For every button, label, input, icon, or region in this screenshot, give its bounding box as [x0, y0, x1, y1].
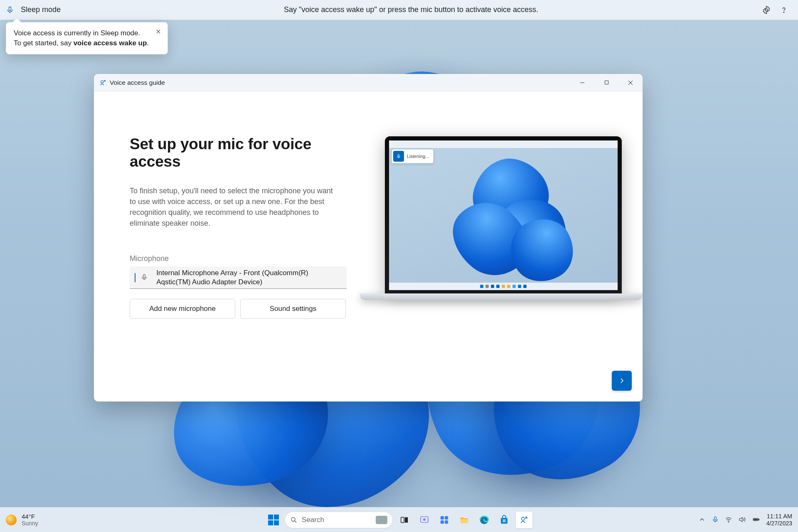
svg-point-2 [783, 12, 784, 12]
store-icon [499, 515, 509, 525]
maximize-icon [604, 80, 609, 85]
weather-icon[interactable] [6, 515, 17, 525]
widgets-icon [440, 515, 449, 525]
taskbar-app-edge[interactable] [476, 512, 493, 528]
tray-battery-icon[interactable] [751, 516, 761, 523]
sound-settings-button[interactable]: Sound settings [240, 299, 346, 319]
taskbar-app-widgets[interactable] [436, 512, 453, 528]
svg-rect-27 [754, 519, 757, 520]
windows-logo-icon [268, 515, 279, 525]
svg-rect-15 [445, 520, 448, 523]
start-button[interactable] [266, 512, 281, 528]
gear-icon [762, 5, 771, 15]
taskbar-clock[interactable]: 11:11 AM 4/27/2023 [766, 513, 792, 527]
taskbar: 44°F Sunny Search [0, 507, 798, 532]
tray-microphone-icon[interactable] [712, 516, 719, 523]
weather-condition: Sunny [22, 520, 38, 527]
svg-rect-19 [505, 520, 506, 521]
weather-widget[interactable]: 44°F Sunny [22, 513, 38, 527]
weather-temperature: 44°F [22, 513, 38, 520]
svg-rect-4 [605, 81, 608, 84]
folder-icon [459, 515, 469, 525]
svg-point-24 [728, 522, 729, 523]
svg-rect-17 [501, 518, 507, 524]
tray-overflow-button[interactable] [698, 516, 706, 523]
taskbar-app-task-view[interactable] [396, 512, 413, 528]
window-titlebar[interactable]: Voice access guide [94, 74, 643, 91]
tray-volume-icon[interactable] [738, 516, 746, 523]
microphone-icon [396, 154, 401, 159]
tooltip-close-button[interactable] [153, 27, 163, 37]
voice-access-mode-label: Sleep mode [21, 5, 61, 14]
window-close-button[interactable] [618, 74, 643, 91]
preview-laptop: Listening... [360, 136, 643, 300]
svg-point-22 [522, 517, 525, 520]
svg-rect-6 [398, 155, 399, 157]
selected-microphone-name: Internal Microphone Array - Front (Qualc… [156, 268, 342, 287]
svg-point-1 [765, 9, 768, 11]
microphone-select[interactable]: Internal Microphone Array - Front (Qualc… [130, 266, 347, 289]
voice-access-mic-button[interactable] [2, 2, 18, 18]
guide-preview-panel: Listening... [343, 91, 643, 401]
close-icon [628, 80, 633, 85]
svg-rect-0 [9, 7, 11, 10]
microphone-field-label: Microphone [130, 254, 335, 263]
tray-wifi-icon[interactable] [725, 516, 732, 523]
svg-rect-9 [405, 517, 408, 522]
svg-rect-18 [503, 520, 504, 521]
guide-heading: Set up your mic for voice access [130, 135, 335, 170]
window-maximize-button[interactable] [594, 74, 618, 91]
microphone-icon [6, 6, 14, 14]
taskbar-app-store[interactable] [496, 512, 512, 528]
minimize-icon [580, 80, 585, 85]
taskbar-search[interactable]: Search [285, 512, 393, 528]
clock-date: 4/27/2023 [766, 520, 792, 527]
preview-taskbar [389, 283, 618, 290]
microphone-icon [140, 273, 148, 282]
tooltip-text: Voice access is currently in Sleep mode.… [14, 28, 149, 48]
voice-access-guide-window: Voice access guide Set up your mic for v… [94, 74, 643, 401]
search-placeholder: Search [302, 516, 376, 524]
preview-listening-pill: Listening... [392, 149, 433, 163]
svg-point-11 [423, 518, 426, 521]
voice-access-icon [520, 515, 529, 525]
taskbar-app-file-explorer[interactable] [456, 512, 473, 528]
search-highlight-image [376, 516, 387, 524]
chevron-right-icon [618, 377, 626, 384]
svg-rect-20 [503, 521, 504, 522]
voice-access-bar: Sleep mode Say "voice access wake up" or… [0, 0, 798, 20]
voice-access-hint-text: Say "voice access wake up" or press the … [61, 5, 761, 14]
search-icon [290, 516, 298, 524]
svg-rect-14 [441, 520, 444, 523]
guide-description: To finish setup, you'll need to select t… [130, 185, 335, 229]
window-title: Voice access guide [110, 79, 165, 86]
svg-rect-26 [759, 519, 759, 520]
voice-access-help-button[interactable] [779, 5, 789, 15]
voice-access-settings-button[interactable] [761, 5, 771, 15]
task-view-icon [400, 515, 409, 525]
window-minimize-button[interactable] [570, 74, 594, 91]
svg-rect-12 [441, 516, 444, 519]
help-icon [779, 5, 788, 15]
chat-icon [419, 515, 429, 525]
close-icon [155, 29, 161, 34]
taskbar-app-voice-access[interactable] [516, 512, 532, 528]
voice-access-icon [99, 79, 107, 86]
svg-rect-21 [505, 521, 506, 522]
svg-rect-8 [401, 517, 404, 522]
svg-rect-13 [445, 516, 448, 519]
voice-access-sleep-tooltip: Voice access is currently in Sleep mode.… [6, 22, 168, 54]
svg-point-3 [101, 80, 103, 83]
add-new-microphone-button[interactable]: Add new microphone [130, 299, 235, 319]
taskbar-app-chat[interactable] [416, 512, 433, 528]
svg-rect-23 [714, 517, 716, 520]
window-app-icon [99, 79, 107, 87]
edge-icon [479, 515, 489, 525]
selection-indicator [135, 273, 135, 282]
svg-point-7 [291, 517, 295, 521]
next-button[interactable] [612, 371, 632, 391]
svg-rect-5 [143, 274, 145, 278]
clock-time: 11:11 AM [767, 513, 792, 520]
